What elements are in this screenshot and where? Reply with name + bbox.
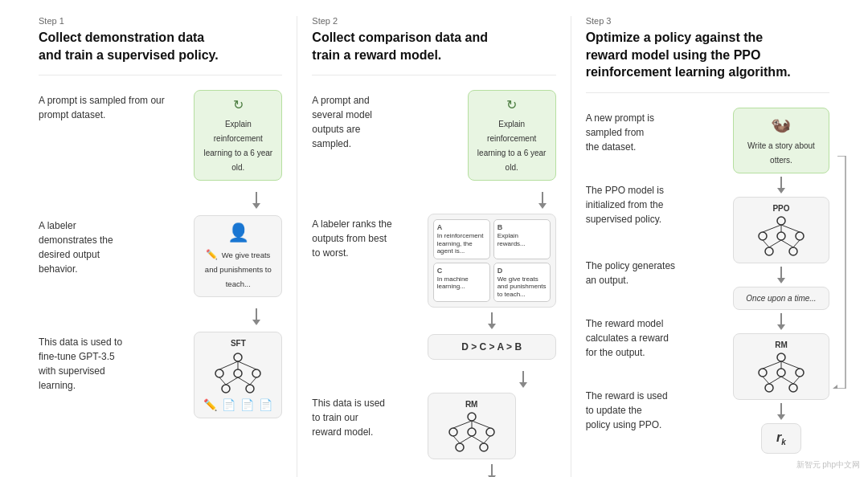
step1-prompt-text: Explain reinforcement learning to a 6 ye… [204,120,273,172]
pencil-icon2: ✏️ [203,398,217,411]
step1-sft-card: SFT [194,332,282,418]
step2-visual1: ↻ Explain reinforcement learning to a 6 … [468,90,556,181]
step2-section3: This data is usedto train ourreward mode… [312,393,555,477]
rm-network-svg [444,412,500,452]
svg-point-44 [789,384,797,392]
step3-content: A new prompt issampled fromthe dataset. … [586,108,829,477]
svg-line-37 [781,240,793,247]
arrow10 [777,403,785,420]
svg-point-18 [480,443,488,451]
svg-line-23 [460,436,472,443]
svg-line-21 [472,421,490,428]
svg-point-5 [246,385,254,393]
step1-visual1: ↻ Explain reinforcement learning to a 6 … [194,90,282,181]
svg-point-31 [789,247,797,255]
svg-line-24 [472,436,484,443]
doc-icon1: 📄 [222,398,235,411]
step3-ppo-card: PPO [733,197,829,263]
output-card: Once upon a time... [733,287,829,310]
step1-person-card: 👤 ✏️ We give treats and punishments to t… [194,215,282,297]
svg-point-14 [449,428,457,436]
svg-line-8 [238,361,256,369]
diagram-container: Step 1 Collect demonstration dataand tra… [0,0,868,477]
svg-line-25 [484,436,490,443]
svg-point-1 [215,369,223,377]
svg-point-26 [777,217,785,225]
otter-icon: 🦦 [742,115,821,134]
svg-point-27 [759,232,767,240]
svg-line-6 [219,361,238,369]
rm-network-svg2 [753,353,809,393]
step1-label: Step 1 [39,16,282,26]
svg-point-39 [777,353,785,361]
svg-point-43 [765,384,773,392]
step1-prompt-card: ↻ Explain reinforcement learning to a 6 … [194,90,282,181]
doc-icon2: 📄 [240,398,254,411]
refresh-icon: ↻ [203,97,273,112]
step2-label: Step 2 [312,16,555,26]
ranking1: D > C > A > B [428,334,556,360]
step2-visual3: RM [428,393,556,477]
step3-descriptions: A new prompt issampled fromthe dataset. … [586,108,725,432]
arrow6 [488,464,496,477]
step2-desc3: This data is usedto train ourreward mode… [312,393,427,439]
step3-column: Step 3 Optimize a policy against therewa… [571,16,844,477]
person-icon: 👤 [203,222,273,243]
step3-label: Step 3 [586,16,829,26]
step2-desc2: A labeler ranks theoutputs from bestto w… [312,214,427,260]
step1-content: A prompt is sampled from our prompt data… [39,90,282,477]
step1-desc1: A prompt is sampled from our prompt data… [39,90,194,122]
option-d: D We give treats and punishments to teac… [493,263,551,303]
rm-label2: RM [742,340,821,349]
arrow3 [538,192,547,209]
step3-desc3: The policy generatesan output. [586,255,725,287]
option-c: C In machine learning... [433,263,490,303]
ppo-label: PPO [742,204,821,213]
svg-line-22 [453,436,460,443]
svg-line-34 [781,225,800,232]
svg-line-47 [781,361,800,369]
svg-line-45 [763,361,781,369]
options-grid: A In reinforcement learning, the agent i… [428,214,556,308]
svg-point-40 [759,369,767,377]
step2-prompt-text: Explain reinforcement learning to a 6 ye… [477,120,547,172]
arrow8 [777,267,785,283]
svg-point-30 [765,247,773,255]
step3-desc4: The reward modelcalculates a rewardfor t… [586,313,725,360]
svg-point-29 [796,232,804,240]
svg-line-19 [453,421,472,428]
step1-section3: This data is used tofine-tune GPT-3.5wit… [39,332,282,418]
step1-visual2: 👤 ✏️ We give treats and punishments to t… [194,215,282,297]
svg-line-36 [769,240,781,247]
svg-point-41 [777,369,785,377]
option-b: B Explain rewards... [493,219,551,259]
svg-point-4 [222,385,230,393]
step1-section1: A prompt is sampled from our prompt data… [39,90,282,181]
step2-visual2: A In reinforcement learning, the agent i… [428,214,556,360]
svg-line-48 [763,377,769,384]
step2-rm-card: RM [428,393,516,459]
step3-desc1: A new prompt issampled fromthe dataset. [586,108,725,154]
svg-line-10 [226,377,238,385]
reward-badge: rk [761,423,801,454]
svg-point-2 [234,369,242,377]
svg-point-42 [796,369,804,377]
svg-line-51 [793,377,800,384]
step1-title: Collect demonstration dataand train a su… [39,29,282,75]
arrow4 [488,312,496,329]
step2-section2: A labeler ranks theoutputs from bestto w… [312,214,555,360]
arrow2 [252,308,260,325]
svg-point-16 [486,428,494,436]
svg-line-35 [763,240,769,247]
sft-label: SFT [203,339,273,348]
step1-visual3: SFT [194,332,282,418]
svg-marker-55 [833,385,837,389]
step2-prompt-card: ↻ Explain reinforcement learning to a 6 … [468,90,556,181]
step1-desc2: A labelerdemonstrates thedesired outputb… [39,215,194,276]
step3-title: Optimize a policy against thereward mode… [586,29,829,93]
otter-text: Write a story about otters. [747,141,815,165]
feedback-arrow-svg [828,156,847,389]
step1-column: Step 1 Collect demonstration dataand tra… [24,16,297,477]
svg-point-17 [456,443,464,451]
svg-line-32 [763,225,781,232]
